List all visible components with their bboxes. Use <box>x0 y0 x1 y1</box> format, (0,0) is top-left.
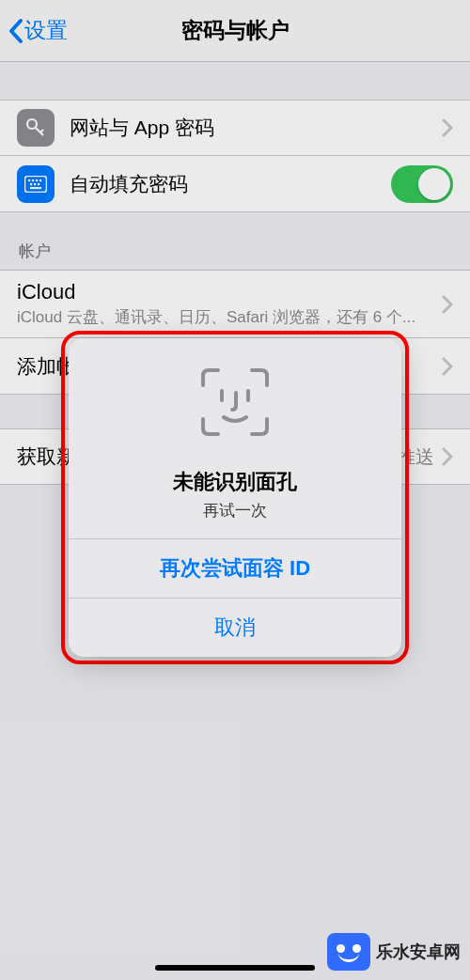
home-indicator[interactable] <box>155 965 315 971</box>
watermark-text: 乐水安卓网 <box>376 941 461 963</box>
cancel-button[interactable]: 取消 <box>69 598 401 657</box>
faceid-icon <box>196 363 274 442</box>
retry-faceid-button[interactable]: 再次尝试面容 ID <box>69 538 401 598</box>
alert-subtitle: 再试一次 <box>203 500 267 521</box>
faceid-alert: 未能识别面孔 再试一次 再次尝试面容 ID 取消 <box>69 338 401 657</box>
watermark-logo-icon <box>327 933 370 971</box>
alert-title: 未能识别面孔 <box>173 468 297 496</box>
annotation-highlight: 未能识别面孔 再试一次 再次尝试面容 ID 取消 <box>61 331 409 664</box>
watermark: 乐水安卓网 <box>327 933 461 971</box>
